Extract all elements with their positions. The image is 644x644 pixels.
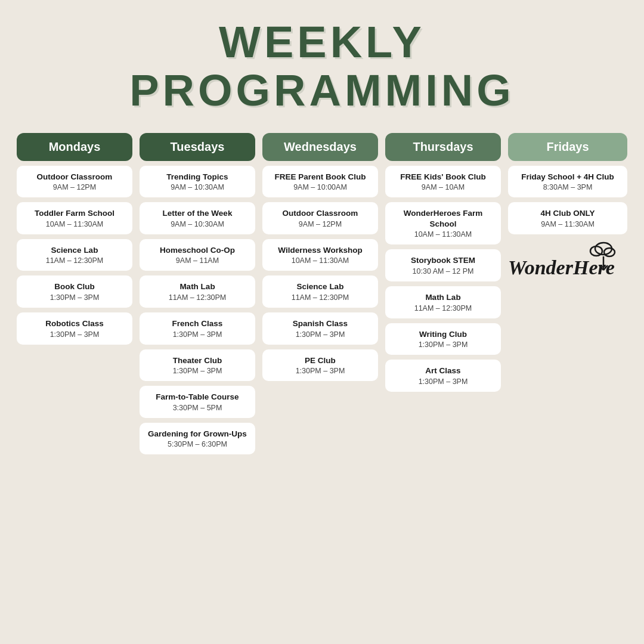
event-card: PE Club1:30PM – 3PM [262, 349, 378, 382]
event-card: Spanish Class1:30PM – 3PM [262, 312, 378, 345]
event-card: Math Lab11AM – 12:30PM [140, 275, 255, 308]
event-name: Gardening for Grown-Ups [145, 429, 249, 439]
event-card: Art Class1:30PM – 3PM [385, 360, 501, 392]
event-card: Friday School + 4H Club8:30AM – 3PM [508, 166, 627, 198]
event-time: 11AM – 12:30PM [145, 293, 249, 302]
event-time: 5:30PM – 6:30PM [145, 440, 249, 448]
logo-area: WonderHere [508, 242, 627, 292]
day-header-mondays: Mondays [17, 133, 132, 161]
event-card: Farm-to-Table Course3:30PM – 5PM [140, 386, 255, 418]
event-card: Outdoor Classroom9AM – 12PM [262, 202, 378, 234]
event-card: Wilderness Workshop10AM – 11:30AM [262, 239, 378, 271]
event-time: 1:30PM – 3PM [268, 367, 372, 375]
event-card: Math Lab11AM – 12:30PM [385, 286, 501, 318]
event-card: Outdoor Classroom9AM – 12PM [17, 166, 132, 198]
event-card: 4H Club ONLY9AM – 11:30AM [508, 202, 627, 234]
day-column-wednesdays: WednesdaysFREE Parent Book Club9AM – 10:… [262, 133, 378, 454]
event-name: Wilderness Workshop [268, 245, 372, 256]
event-name: Book Club [23, 281, 126, 292]
event-name: Theater Club [145, 355, 249, 366]
event-time: 3:30PM – 5PM [145, 404, 249, 412]
event-name: 4H Club ONLY [514, 208, 621, 219]
event-time: 1:30PM – 3PM [145, 330, 249, 339]
event-name: Spanish Class [268, 318, 372, 329]
event-time: 8:30AM – 3PM [514, 183, 621, 191]
day-header-fridays: Fridays [508, 133, 627, 161]
event-name: Trending Topics [145, 172, 249, 182]
event-name: Friday School + 4H Club [514, 172, 621, 182]
event-name: PE Club [268, 355, 372, 366]
day-column-thursdays: ThursdaysFREE Kids' Book Club9AM – 10AMW… [385, 133, 501, 454]
event-time: 1:30PM – 3PM [145, 367, 249, 375]
day-header-thursdays: Thursdays [385, 133, 501, 161]
event-time: 11AM – 12:30PM [391, 304, 495, 312]
event-card: FREE Kids' Book Club9AM – 10AM [385, 166, 501, 198]
event-card: FREE Parent Book Club9AM – 10:00AM [262, 166, 378, 198]
event-card: Gardening for Grown-Ups5:30PM – 6:30PM [140, 423, 255, 455]
day-column-mondays: MondaysOutdoor Classroom9AM – 12PMToddle… [17, 133, 132, 454]
event-name: Letter of the Week [145, 208, 249, 219]
event-name: Storybook STEM [391, 255, 495, 266]
event-time: 11AM – 12:30PM [23, 256, 126, 265]
event-name: Art Class [391, 366, 495, 376]
page-title: WEEKLY PROGRAMMING [129, 18, 515, 115]
event-card: WonderHeroes Farm School10AM – 11:30AM [385, 202, 501, 244]
event-card: Robotics Class1:30PM – 3PM [17, 312, 132, 345]
event-time: 9AM – 10:00AM [268, 183, 372, 191]
day-column-tuesdays: TuesdaysTrending Topics9AM – 10:30AMLett… [140, 133, 255, 454]
event-name: Outdoor Classroom [268, 208, 372, 219]
event-card: Theater Club1:30PM – 3PM [140, 349, 255, 382]
event-time: 10AM – 11:30AM [391, 230, 495, 239]
event-name: French Class [145, 318, 249, 329]
svg-text:WonderHere: WonderHere [508, 256, 615, 278]
event-time: 9AM – 10:30AM [145, 220, 249, 228]
event-name: WonderHeroes Farm School [391, 208, 495, 229]
event-name: Science Lab [23, 245, 126, 256]
event-card: Trending Topics9AM – 10:30AM [140, 166, 255, 198]
event-card: Book Club1:30PM – 3PM [17, 275, 132, 308]
event-name: FREE Parent Book Club [268, 172, 372, 182]
event-card: Toddler Farm School10AM – 11:30AM [17, 202, 132, 234]
event-name: Farm-to-Table Course [145, 392, 249, 402]
event-name: Science Lab [268, 281, 372, 292]
event-card: Letter of the Week9AM – 10:30AM [140, 202, 255, 234]
event-time: 9AM – 12PM [23, 183, 126, 191]
event-card: Storybook STEM10:30 AM – 12 PM [385, 249, 501, 281]
event-time: 10:30 AM – 12 PM [391, 267, 495, 275]
event-time: 1:30PM – 3PM [391, 340, 495, 349]
event-card: Science Lab11AM – 12:30PM [262, 275, 378, 308]
event-name: Outdoor Classroom [23, 172, 126, 182]
event-card: Writing Club1:30PM – 3PM [385, 323, 501, 355]
event-time: 10AM – 11:30AM [23, 220, 126, 228]
event-name: Math Lab [145, 281, 249, 292]
event-time: 9AM – 11:30AM [514, 220, 621, 228]
event-name: Writing Club [391, 329, 495, 340]
wonderhere-logo: WonderHere [508, 242, 627, 292]
event-time: 9AM – 12PM [268, 220, 372, 228]
event-time: 9AM – 10:30AM [145, 183, 249, 191]
event-name: Homeschool Co-Op [145, 245, 249, 256]
event-name: FREE Kids' Book Club [391, 172, 495, 182]
event-time: 11AM – 12:30PM [268, 293, 372, 302]
event-card: Homeschool Co-Op9AM – 11AM [140, 239, 255, 271]
event-name: Robotics Class [23, 318, 126, 329]
day-column-fridays: FridaysFriday School + 4H Club8:30AM – 3… [508, 133, 627, 454]
event-name: Math Lab [391, 292, 495, 303]
event-time: 1:30PM – 3PM [23, 330, 126, 339]
event-time: 1:30PM – 3PM [268, 330, 372, 339]
event-time: 9AM – 11AM [145, 256, 249, 265]
event-time: 1:30PM – 3PM [23, 293, 126, 302]
event-name: Toddler Farm School [23, 208, 126, 219]
day-header-wednesdays: Wednesdays [262, 133, 378, 161]
event-time: 10AM – 11:30AM [268, 256, 372, 265]
event-time: 1:30PM – 3PM [391, 377, 495, 386]
event-card: French Class1:30PM – 3PM [140, 312, 255, 345]
schedule-grid: MondaysOutdoor Classroom9AM – 12PMToddle… [17, 133, 627, 454]
event-card: Science Lab11AM – 12:30PM [17, 239, 132, 271]
day-header-tuesdays: Tuesdays [140, 133, 255, 161]
logo-svg: WonderHere [508, 242, 627, 289]
event-time: 9AM – 10AM [391, 183, 495, 191]
